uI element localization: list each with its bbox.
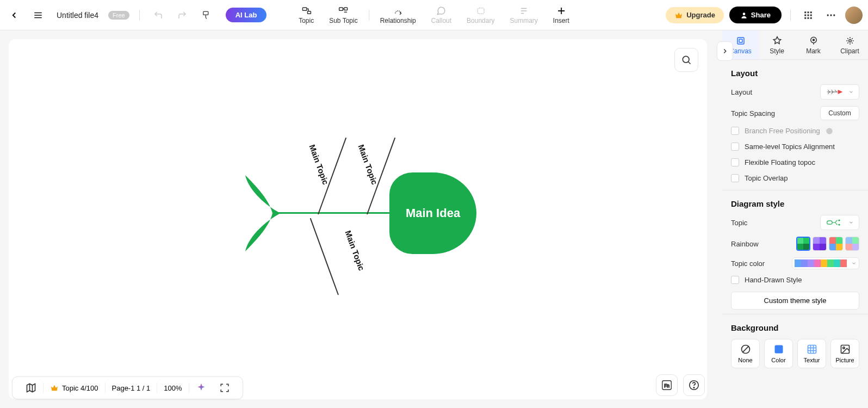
topic-style-selector[interactable] <box>820 215 859 230</box>
svg-point-24 <box>827 14 829 16</box>
function-key-button[interactable]: Fn <box>656 374 678 396</box>
redo-icon <box>177 10 187 20</box>
bg-texture-option[interactable]: Textur <box>797 339 826 368</box>
subtopic-label: Sub Topic <box>329 17 357 24</box>
zoom-indicator[interactable]: 100% <box>157 380 188 395</box>
ai-sparkle-button[interactable] <box>189 380 213 395</box>
rainbow-swatch-3[interactable] <box>829 237 843 251</box>
insert-tool[interactable]: Insert <box>545 2 577 28</box>
rainbow-swatch-1[interactable] <box>796 237 810 251</box>
format-painter-button[interactable] <box>197 7 215 24</box>
svg-rect-6 <box>339 8 343 10</box>
spacing-selector[interactable]: Custom <box>820 106 859 120</box>
undo-button[interactable] <box>150 7 167 24</box>
tab-mark-label: Mark <box>806 47 821 55</box>
page-text: Page-1 1 / 1 <box>112 384 151 392</box>
back-button[interactable] <box>5 7 23 24</box>
flexible-float-checkbox[interactable] <box>731 158 739 166</box>
topic-color-selector[interactable] <box>792 257 859 269</box>
layout-selector[interactable] <box>820 84 859 100</box>
topic-tool[interactable]: Topic <box>291 2 321 28</box>
crown-small-icon <box>50 384 59 392</box>
tab-clipart-label: Clipart <box>840 47 859 55</box>
svg-point-26 <box>833 14 835 16</box>
topic-style-preview-icon <box>826 218 844 227</box>
bg-none-option[interactable]: None <box>731 339 760 368</box>
divider <box>790 10 791 21</box>
svg-rect-7 <box>344 8 348 10</box>
canvas[interactable]: Main Topic Main Topic Main Topic Main Id… <box>9 39 707 399</box>
rainbow-swatch-2[interactable] <box>813 237 827 251</box>
branch-free-checkbox[interactable] <box>731 127 739 135</box>
topic-3-label[interactable]: Main Topic <box>343 229 366 271</box>
tab-style[interactable]: Style <box>759 30 795 59</box>
filename[interactable]: Untitled file4 <box>57 11 98 20</box>
relationship-tool[interactable]: Relationship <box>373 2 424 28</box>
same-level-checkbox[interactable] <box>731 143 739 151</box>
svg-line-42 <box>689 62 691 64</box>
topic-counter[interactable]: Topic 4/100 <box>44 380 105 395</box>
tab-style-label: Style <box>770 47 784 55</box>
fullscreen-button[interactable] <box>213 380 236 395</box>
bg-texture-label: Textur <box>804 357 820 363</box>
help-button[interactable] <box>683 374 705 396</box>
redo-button[interactable] <box>173 7 191 24</box>
divider <box>722 190 868 190</box>
more-button[interactable] <box>822 7 840 24</box>
page-indicator[interactable]: Page-1 1 / 1 <box>106 380 157 395</box>
hand-drawn-checkbox[interactable] <box>731 276 739 284</box>
share-button[interactable]: Share <box>729 7 782 23</box>
insert-label: Insert <box>553 17 569 24</box>
zoom-text: 100% <box>164 384 182 392</box>
panel-collapse-button[interactable] <box>717 41 733 61</box>
apps-grid-button[interactable] <box>799 7 817 24</box>
search-button[interactable] <box>674 48 698 72</box>
bg-color-option[interactable]: Color <box>764 339 793 368</box>
fn-icon: Fn <box>661 379 673 391</box>
same-level-label: Same-level Topics Alignment <box>745 143 835 151</box>
main-idea-node[interactable]: Main Idea <box>389 172 476 254</box>
upgrade-label: Upgrade <box>686 11 715 19</box>
summary-tool[interactable]: Summary <box>502 2 545 28</box>
callout-tool[interactable]: Callout <box>424 2 459 28</box>
boundary-label: Boundary <box>467 17 494 24</box>
rainbow-swatch-4[interactable] <box>845 237 859 251</box>
fish-spine <box>275 212 395 214</box>
map-overview-button[interactable] <box>19 380 43 395</box>
svg-line-53 <box>742 346 749 353</box>
svg-rect-43 <box>737 38 744 44</box>
layout-label: Layout <box>731 88 752 96</box>
topic-icon <box>301 6 312 16</box>
custom-theme-button[interactable]: Custom theme style <box>731 292 859 310</box>
tab-clipart[interactable]: Clipart <box>832 30 868 59</box>
boundary-tool[interactable]: Boundary <box>459 2 502 28</box>
fishbone-layout-icon <box>826 88 844 96</box>
svg-rect-17 <box>810 11 812 13</box>
user-avatar[interactable] <box>845 7 863 24</box>
subtopic-tool[interactable]: Sub Topic <box>321 2 365 28</box>
share-label: Share <box>751 11 771 19</box>
svg-rect-3 <box>203 11 208 15</box>
tab-mark[interactable]: Mark <box>795 30 832 59</box>
bg-picture-option[interactable]: Picture <box>830 339 859 368</box>
svg-point-14 <box>743 13 746 15</box>
bottom-right-buttons: Fn <box>656 374 705 396</box>
upgrade-button[interactable]: Upgrade <box>666 7 724 23</box>
svg-rect-16 <box>808 11 809 13</box>
info-icon <box>826 127 833 135</box>
topic-1-label[interactable]: Main Topic <box>307 143 330 186</box>
overlap-checkbox[interactable] <box>731 174 739 182</box>
chevron-right-icon <box>721 47 729 55</box>
hamburger-menu-button[interactable] <box>29 7 47 24</box>
svg-rect-54 <box>774 345 783 354</box>
bone-3[interactable] <box>310 218 339 295</box>
mark-tab-icon <box>809 36 819 46</box>
spacing-label: Topic Spacing <box>731 109 775 118</box>
topbar-left-group: Untitled file4 Free AI Lab <box>5 7 266 24</box>
topic-2-label[interactable]: Main Topic <box>356 143 379 186</box>
topic-count-text: Topic 4/100 <box>62 384 98 392</box>
ai-lab-button[interactable]: AI Lab <box>226 8 267 22</box>
svg-point-47 <box>848 40 851 42</box>
summary-label: Summary <box>510 17 537 24</box>
boundary-icon <box>475 6 486 16</box>
